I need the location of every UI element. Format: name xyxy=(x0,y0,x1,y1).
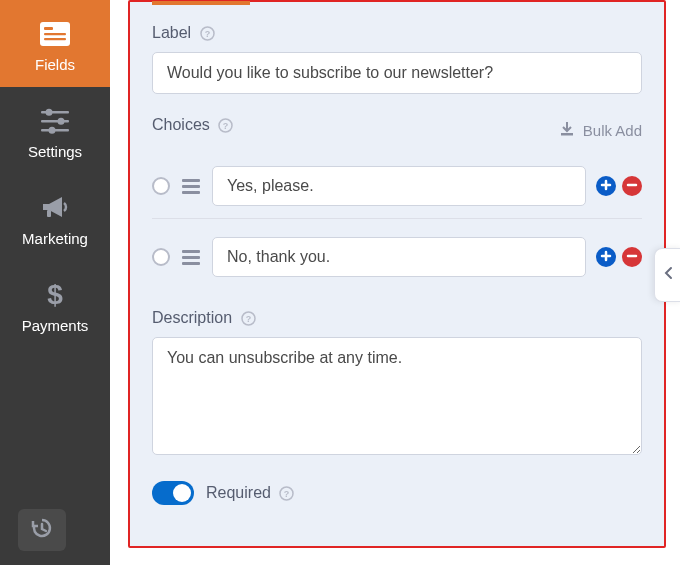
tab-indicator xyxy=(152,1,250,5)
svg-point-5 xyxy=(46,109,53,116)
svg-rect-10 xyxy=(47,210,51,217)
svg-rect-3 xyxy=(44,38,66,40)
choice-actions xyxy=(596,176,642,196)
label-title: Label ? xyxy=(152,24,642,42)
main-area: Label ? Choices ? xyxy=(110,0,680,565)
required-label-text: Required xyxy=(206,484,271,502)
download-icon xyxy=(559,121,575,140)
svg-rect-2 xyxy=(44,33,66,35)
minus-icon xyxy=(626,177,638,195)
svg-text:?: ? xyxy=(204,29,210,39)
svg-rect-4 xyxy=(41,111,69,114)
label-input[interactable] xyxy=(152,52,642,94)
collapse-panel-button[interactable] xyxy=(654,248,680,302)
svg-rect-6 xyxy=(41,120,69,123)
help-icon[interactable]: ? xyxy=(240,310,256,326)
required-toggle[interactable] xyxy=(152,481,194,505)
svg-point-9 xyxy=(49,127,56,134)
description-title-text: Description xyxy=(152,309,232,327)
bullhorn-icon xyxy=(39,192,71,224)
form-fields-icon xyxy=(39,18,71,50)
help-icon[interactable]: ? xyxy=(279,485,295,501)
history-icon xyxy=(30,516,54,544)
chevron-left-icon xyxy=(664,266,674,284)
svg-point-7 xyxy=(58,118,65,125)
bulk-add-label: Bulk Add xyxy=(583,122,642,139)
plus-icon xyxy=(600,248,612,266)
required-row: Required ? xyxy=(152,481,642,505)
choices-title: Choices ? xyxy=(152,116,234,134)
sidebar-item-marketing[interactable]: Marketing xyxy=(0,174,110,261)
svg-text:?: ? xyxy=(245,314,251,324)
svg-text:$: $ xyxy=(47,280,63,310)
field-settings-panel: Label ? Choices ? xyxy=(128,0,666,548)
help-icon[interactable]: ? xyxy=(199,25,215,41)
choice-input[interactable] xyxy=(212,166,586,206)
description-title: Description ? xyxy=(152,309,642,327)
choice-row xyxy=(152,156,642,216)
svg-text:?: ? xyxy=(223,121,229,131)
add-choice-button[interactable] xyxy=(596,247,616,267)
sidebar-revision xyxy=(0,509,110,565)
sidebar-item-fields[interactable]: Fields xyxy=(0,0,110,87)
choice-row xyxy=(152,218,642,287)
label-section: Label ? xyxy=(152,24,642,94)
description-section: Description ? xyxy=(152,309,642,459)
sidebar-item-settings[interactable]: Settings xyxy=(0,87,110,174)
minus-icon xyxy=(626,248,638,266)
sliders-icon xyxy=(39,105,71,137)
drag-handle-icon[interactable] xyxy=(180,179,202,194)
sidebar-item-payments[interactable]: $ Payments xyxy=(0,261,110,348)
choice-actions xyxy=(596,247,642,267)
description-textarea[interactable] xyxy=(152,337,642,455)
bulk-add-button[interactable]: Bulk Add xyxy=(559,121,642,140)
drag-handle-icon[interactable] xyxy=(180,250,202,265)
svg-rect-16 xyxy=(561,133,573,136)
required-label: Required ? xyxy=(206,484,295,502)
choices-header: Choices ? Bulk Add xyxy=(152,116,642,144)
sidebar-item-label: Fields xyxy=(35,56,75,73)
sidebar-item-label: Payments xyxy=(22,317,89,334)
remove-choice-button[interactable] xyxy=(622,176,642,196)
choice-default-radio[interactable] xyxy=(152,177,170,195)
choices-section: Choices ? Bulk Add xyxy=(152,116,642,287)
svg-text:?: ? xyxy=(284,489,290,499)
sidebar-item-label: Marketing xyxy=(22,230,88,247)
add-choice-button[interactable] xyxy=(596,176,616,196)
help-icon[interactable]: ? xyxy=(218,117,234,133)
dollar-icon: $ xyxy=(39,279,71,311)
choices-title-text: Choices xyxy=(152,116,210,134)
remove-choice-button[interactable] xyxy=(622,247,642,267)
plus-icon xyxy=(600,177,612,195)
choice-default-radio[interactable] xyxy=(152,248,170,266)
revision-button[interactable] xyxy=(18,509,66,551)
sidebar: Fields Settings Marketing $ Payments xyxy=(0,0,110,565)
svg-rect-1 xyxy=(44,27,53,30)
label-title-text: Label xyxy=(152,24,191,42)
choice-input[interactable] xyxy=(212,237,586,277)
sidebar-item-label: Settings xyxy=(28,143,82,160)
